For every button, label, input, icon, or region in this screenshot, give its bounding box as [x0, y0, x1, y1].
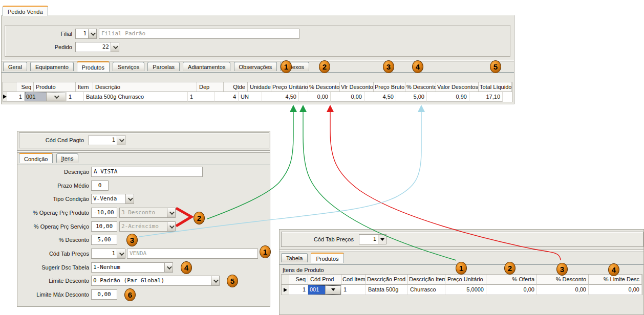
desconto-field[interactable]: 5,00	[91, 235, 117, 245]
cod-tab-precos-description[interactable]: VENDA	[127, 249, 258, 259]
col-item[interactable]: Item	[76, 82, 93, 92]
filial-label: Filial	[12, 31, 72, 38]
cell-preco-unitario[interactable]: 4,50	[262, 92, 299, 102]
tab-produtos[interactable]: Produtos	[77, 61, 110, 72]
sugerir-dsc-arrow-button[interactable]	[164, 263, 173, 272]
cod-cnd-pagto-label: Cód Cnd Pagto	[23, 137, 84, 144]
col-dep[interactable]: Dep	[197, 82, 224, 92]
tab-adiantamentos[interactable]: Adiantamentos	[183, 62, 230, 71]
cell-seq[interactable]: 1	[7, 92, 25, 102]
cell-limite-desc[interactable]: 0,00	[589, 285, 642, 295]
cell-cod-prod-combo[interactable]: 001	[308, 285, 341, 295]
limite-max-desconto-field[interactable]: 0,00	[91, 289, 117, 300]
cell-oferta[interactable]: 0,00	[486, 285, 537, 295]
tab-precos-combo-arrow-button[interactable]	[378, 235, 386, 244]
limite-desconto-combo[interactable]: 0-Padrão (Par Global)	[91, 276, 220, 286]
cell-qtde[interactable]: 4	[214, 92, 239, 102]
cod-tab-precos-combo[interactable]: 1	[91, 249, 125, 259]
cell-desconto[interactable]: 0,00	[537, 285, 589, 295]
cell-cod-item[interactable]: 1	[341, 285, 366, 295]
col-limite-desc[interactable]: % Limite Desc	[589, 275, 642, 285]
desconto-label: % Desconto	[17, 237, 89, 244]
cell-descricao[interactable]: Batata 500g Churrasco	[84, 92, 188, 102]
cell-vlr-desconto[interactable]: 0,00	[331, 92, 364, 102]
cell-desconto-2[interactable]: 5,00	[396, 92, 427, 102]
operac-prc-produto-mode-combo[interactable]: 3-Desconto	[119, 208, 176, 218]
filial-combo[interactable]: 1	[75, 29, 97, 39]
arrowhead-green-1	[290, 105, 297, 112]
operac-prc-produto-field[interactable]: -10,00	[91, 208, 117, 218]
cell-item[interactable]: 1	[67, 92, 84, 102]
cell-desconto-1[interactable]: 0,00	[299, 92, 331, 102]
prazo-medio-field[interactable]: 0	[91, 181, 109, 191]
col-descricao-prod[interactable]: Descrição Prod	[366, 275, 408, 285]
chevron-down-icon	[119, 137, 124, 142]
col-valor-descontos[interactable]: Valor Descontos	[436, 82, 479, 92]
selector-header-cell	[3, 82, 16, 92]
col-desconto-1[interactable]: % Desconto	[308, 82, 340, 92]
limite-desconto-arrow-button[interactable]	[211, 276, 219, 285]
col-unidade[interactable]: Unidade	[248, 82, 271, 92]
cell-dep[interactable]: 1	[188, 92, 214, 102]
tab-pedido-venda[interactable]: Pedido Venda	[3, 6, 48, 16]
col-cod-prod[interactable]: Cód Prod	[308, 275, 341, 285]
col-descricao-item[interactable]: Descrição Item	[408, 275, 445, 285]
cod-cnd-pagto-combo[interactable]: 1	[89, 135, 125, 145]
filial-combo-arrow-button[interactable]	[88, 29, 96, 38]
cod-tab-precos-arrow-button[interactable]	[117, 249, 125, 258]
tab-itens[interactable]: Itens	[56, 153, 79, 163]
col-seq[interactable]: Seq	[16, 82, 34, 92]
cell-total-liquido[interactable]: 17,10	[469, 92, 503, 102]
col-seq[interactable]: Seq	[289, 275, 308, 285]
col-produto[interactable]: Produto	[34, 82, 76, 92]
col-preco-unitario[interactable]: Preço Unitário	[271, 82, 308, 92]
col-oferta[interactable]: % Oferta	[486, 275, 537, 285]
cell-unidade[interactable]: UN	[239, 92, 262, 102]
produto-combo-arrow-button[interactable]	[46, 92, 67, 101]
tipo-condicao-combo[interactable]: V-Venda	[91, 194, 134, 204]
row-selector-cell[interactable]	[3, 92, 7, 102]
tab-observacoes[interactable]: Observações	[234, 62, 277, 71]
col-vlr-desconto[interactable]: Vlr Desconto	[340, 82, 374, 92]
cell-descricao-item[interactable]: Churrasco	[408, 285, 445, 295]
sugerir-dsc-tabela-combo[interactable]: 1-Nenhum	[91, 262, 173, 273]
col-preco-unitario[interactable]: Preço Unitário	[445, 275, 486, 285]
filial-description-field[interactable]: Filial Padrão	[99, 29, 299, 39]
cell-preco-bruto[interactable]: 4,50	[364, 92, 396, 102]
cell-produto-combo[interactable]: 001	[25, 92, 67, 102]
operac-prc-servico-field[interactable]: 10,00	[91, 221, 117, 232]
cod-prod-combo-arrow-button[interactable]	[325, 285, 341, 295]
col-desconto[interactable]: % Desconto	[537, 275, 589, 285]
col-qtde[interactable]: Qtde	[224, 82, 248, 92]
cell-preco-unitario[interactable]: 5,0000	[445, 285, 486, 295]
operac-servico-arrow-button[interactable]	[167, 222, 175, 231]
chevron-down-icon	[169, 223, 175, 229]
pedido-combo[interactable]: 22	[75, 42, 119, 52]
descricao-field[interactable]: A VISTA	[91, 167, 203, 177]
col-preco-bruto[interactable]: Preço Bruto	[374, 82, 405, 92]
tab-produtos-precos[interactable]: Produtos	[311, 253, 344, 263]
arrowhead-green-2	[299, 105, 307, 112]
row-selector-cell[interactable]	[282, 285, 289, 295]
cod-tab-precos-panel-combo[interactable]: 1	[359, 234, 387, 244]
cell-valor-descontos[interactable]: 0,90	[427, 92, 469, 102]
cell-descricao-prod[interactable]: Batata 500g	[366, 285, 408, 295]
tab-parcelas[interactable]: Parcelas	[147, 62, 180, 71]
cnd-pagto-combo-arrow-button[interactable]	[117, 136, 125, 145]
tipo-condicao-arrow-button[interactable]	[125, 194, 134, 204]
operac-produto-arrow-button[interactable]	[167, 208, 175, 217]
col-desconto-2[interactable]: % Desconto	[405, 82, 436, 92]
tab-servicos[interactable]: Serviços	[113, 62, 144, 71]
col-total-liquido[interactable]: Total Líquido	[479, 82, 512, 92]
operac-prc-servico-mode-combo[interactable]: 2-Acréscimo	[119, 221, 176, 232]
tab-tabela[interactable]: Tabela	[281, 253, 308, 262]
tab-equipamento[interactable]: Equipamento	[30, 62, 74, 71]
col-descricao[interactable]: Descrição	[93, 82, 197, 92]
col-cod-item[interactable]: Cod Item	[341, 275, 366, 285]
cell-produto-value: 001	[26, 92, 46, 101]
pedido-combo-arrow-button[interactable]	[111, 42, 119, 52]
arrowhead-red	[327, 105, 334, 112]
tab-condicao[interactable]: Condição	[19, 153, 53, 163]
cell-seq[interactable]: 1	[289, 285, 308, 295]
tab-geral[interactable]: Geral	[3, 62, 27, 71]
